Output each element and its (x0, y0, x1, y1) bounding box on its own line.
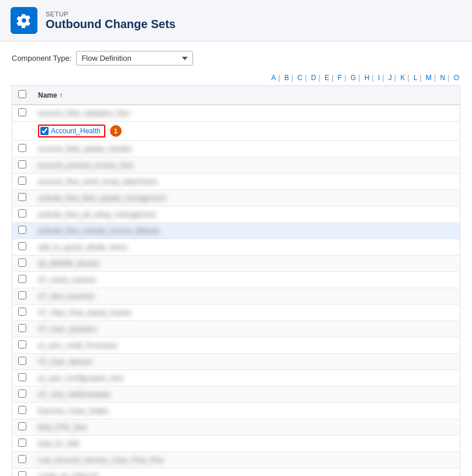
row-name-cell: AT_Visit_SelfScheduler (32, 387, 460, 403)
row-checkbox-cell (12, 288, 33, 305)
row-name-cell: at_user_Configuration_flow (32, 370, 460, 387)
row-checkbox-cell (12, 321, 33, 337)
row-name-link[interactable]: LVGB_all_CIRCUIT (38, 472, 99, 477)
row-checkbox-cell (12, 387, 33, 403)
alpha-l[interactable]: L (414, 74, 418, 82)
alpha-g[interactable]: G (350, 74, 356, 82)
table-row: at_user_Configuration_flow (12, 370, 460, 387)
row-name-cell: AT_Asset_selector (32, 272, 460, 288)
row-checkbox[interactable] (18, 144, 26, 152)
row-name-cell: AT_Task_Flow_based_tracker (32, 305, 460, 321)
table-row: AT_User_Question (12, 321, 460, 337)
row-name-link[interactable]: AT_Asset_selector (38, 276, 97, 284)
alpha-a[interactable]: A (271, 74, 276, 82)
row-name-link[interactable]: add_to_queue_dealer_items (38, 243, 127, 251)
alpha-f[interactable]: F (337, 74, 342, 82)
select-all-checkbox[interactable] (18, 90, 26, 98)
table-row: activate_flow_canada_service_billiards (12, 223, 460, 239)
row-checkbox[interactable] (18, 439, 26, 447)
row-name-link[interactable]: at_user_credit_Processor (38, 342, 118, 350)
component-type-select[interactable]: Flow Definition Apex Class Apex Trigger … (76, 51, 193, 65)
row-checkbox[interactable] (18, 422, 26, 430)
row-checkbox[interactable] (18, 324, 26, 332)
row-checkbox[interactable] (18, 406, 26, 414)
row-checkbox[interactable] (18, 340, 26, 349)
row-checkbox[interactable] (18, 193, 26, 201)
alpha-b[interactable]: B (284, 74, 289, 82)
table-row: at_user_credit_Processor (12, 337, 460, 354)
row-name-link[interactable]: AT_User_Question (38, 325, 97, 333)
row-checkbox[interactable] (18, 291, 26, 299)
row-name-link[interactable]: account_flow_send_email_attachment (38, 178, 157, 186)
table-row: LVGB_all_CIRCUIT (12, 468, 460, 477)
row-name-link[interactable]: account_field_update_handler (38, 145, 132, 153)
main-content: Component Type: Flow Definition Apex Cla… (0, 42, 472, 476)
records-table: Name ↑ account_field_validation_flowAcco… (12, 85, 460, 476)
row-name-link[interactable]: activate_flow_canada_service_billiards (38, 227, 159, 235)
table-row: AT_Asset_selector (12, 272, 460, 288)
row-checkbox-cell (12, 452, 33, 468)
row-name-link[interactable]: lead_for_006 (38, 440, 79, 448)
row-checkbox[interactable] (18, 357, 26, 365)
table-header-row: Name ↑ (12, 86, 460, 105)
row-checkbox[interactable] (18, 242, 26, 250)
row-name-link[interactable]: AT_Item_launcher (38, 292, 95, 301)
row-checkbox[interactable] (18, 389, 26, 398)
table-row: activate_flow_plt_setup_management (12, 206, 460, 223)
row-checkbox[interactable] (18, 373, 26, 381)
alpha-c[interactable]: C (298, 74, 303, 82)
row-name-cell: field_0791_flow (32, 419, 460, 436)
row-checkbox-cell (12, 206, 33, 223)
row-checkbox[interactable] (18, 258, 26, 267)
table-row: account_field_update_handler (12, 141, 460, 157)
row-checkbox[interactable] (18, 209, 26, 218)
header-icon (11, 7, 37, 34)
alpha-m[interactable]: M (426, 74, 432, 82)
row-name-link[interactable]: Eservice_Case_Intake (38, 407, 108, 415)
alpha-o[interactable]: O (454, 74, 459, 82)
alpha-h[interactable]: H (364, 74, 370, 82)
row-checkbox[interactable] (40, 127, 49, 135)
row-name-link[interactable]: alt_080596_director (38, 260, 100, 268)
row-name-cell: activate_flow_plt_setup_management (32, 206, 460, 223)
row-checkbox-cell (12, 174, 33, 190)
row-checkbox[interactable] (18, 160, 26, 168)
alpha-n[interactable]: N (440, 74, 446, 82)
table-row: alt_080596_director (12, 256, 460, 272)
row-name-link[interactable]: AT_Task_Flow_based_tracker (38, 309, 132, 317)
row-name-link[interactable]: at_user_Configuration_flow (38, 374, 123, 382)
row-step-badge: 1 (110, 125, 122, 137)
row-name-link[interactable]: AT_Visit_SelfScheduler (38, 391, 111, 399)
row-name-cell: LVGB_all_CIRCUIT (32, 468, 460, 477)
row-name-link[interactable]: account_field_validation_flow (38, 109, 129, 118)
gear-icon (16, 13, 32, 28)
row-checkbox-cell (12, 122, 33, 141)
row-name-link[interactable]: Account_Health (51, 127, 101, 135)
row-checkbox[interactable] (18, 108, 26, 116)
row-checkbox[interactable] (18, 226, 26, 234)
row-name-cell: AT_User_director (32, 354, 460, 370)
table-row: account_flow_send_email_attachment (12, 174, 460, 190)
alpha-i[interactable]: I (378, 74, 380, 82)
row-checkbox[interactable] (18, 455, 26, 463)
row-checkbox[interactable] (18, 471, 26, 476)
table-row: AT_Item_launcher (12, 288, 460, 305)
row-name-link[interactable]: field_0791_flow (38, 423, 87, 432)
row-checkbox[interactable] (18, 308, 26, 316)
row-checkbox-cell (12, 105, 33, 122)
alpha-j[interactable]: J (388, 74, 392, 82)
row-name-link[interactable]: activate_flow_plt_setup_management (38, 211, 156, 219)
alpha-k[interactable]: K (400, 74, 405, 82)
alpha-e[interactable]: E (325, 74, 329, 82)
row-name-cell: lead_for_006 (32, 436, 460, 452)
row-name-link[interactable]: Low_Account_Service_Case_Flow_Plus (38, 456, 164, 464)
row-checkbox-cell (12, 272, 33, 288)
row-name-link[interactable]: account_process_invoice_flow (38, 161, 133, 170)
row-checkbox[interactable] (18, 275, 26, 283)
table-row: activate_flow_field_update_management (12, 190, 460, 206)
row-checkbox[interactable] (18, 177, 26, 185)
component-type-row: Component Type: Flow Definition Apex Cla… (12, 51, 460, 65)
alpha-d[interactable]: D (311, 74, 316, 82)
row-name-link[interactable]: activate_flow_field_update_management (38, 194, 166, 202)
row-name-link[interactable]: AT_User_director (38, 358, 92, 366)
